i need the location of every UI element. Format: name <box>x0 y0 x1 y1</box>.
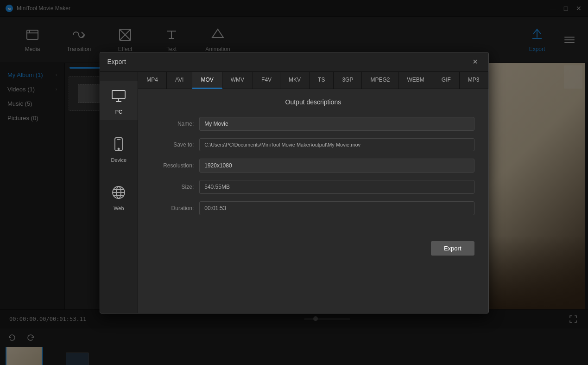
export-modal: Export × PC <box>100 52 489 314</box>
web-icon <box>109 183 128 202</box>
dest-web[interactable]: Web <box>100 178 138 217</box>
format-tab-f4v[interactable]: F4V <box>253 72 280 89</box>
dest-device[interactable]: Device <box>100 129 138 168</box>
output-size-row: Size: 540.55MB <box>152 180 474 194</box>
format-tab-3gp[interactable]: 3GP <box>334 72 362 89</box>
size-label: Size: <box>152 184 194 190</box>
size-value: 540.55MB <box>199 180 474 194</box>
format-tab-mkv[interactable]: MKV <box>280 72 310 89</box>
modal-content: MP4 AVI MOV WMV F4V MKV TS 3GP MPEG2 WEB… <box>138 72 488 313</box>
modal-title: Export <box>107 58 126 65</box>
name-input[interactable] <box>199 117 474 131</box>
resolution-select[interactable]: 1920x1080 1280x720 854x480 <box>199 159 474 173</box>
export-action-button[interactable]: Export <box>431 241 474 256</box>
format-tab-mov[interactable]: MOV <box>192 72 222 89</box>
svg-rect-5 <box>112 90 125 99</box>
output-name-row: Name: <box>152 117 474 131</box>
modal-overlay: Export × PC <box>0 0 588 365</box>
export-button-wrap: Export <box>138 232 488 265</box>
output-duration-row: Duration: 00:01:53 <box>152 201 474 215</box>
format-tab-gif[interactable]: GIF <box>433 72 460 89</box>
format-tab-webm[interactable]: WEBM <box>398 72 433 89</box>
modal-sidebar: PC Device <box>100 72 139 313</box>
duration-label: Duration: <box>152 205 194 211</box>
dest-pc-label: PC <box>115 109 122 115</box>
format-tab-wmv[interactable]: WMV <box>222 72 253 89</box>
format-tabs: MP4 AVI MOV WMV F4V MKV TS 3GP MPEG2 WEB… <box>138 72 488 89</box>
output-resolution-row: Resolustion: 1920x1080 1280x720 854x480 <box>152 159 474 173</box>
svg-point-7 <box>118 148 120 149</box>
dest-pc[interactable]: PC <box>100 81 138 120</box>
saveto-value: C:\Users\PC\Documents\MiniTool Movie Mak… <box>199 138 474 151</box>
output-title: Output descriptions <box>152 98 474 106</box>
modal-body: PC Device <box>100 72 488 313</box>
duration-value: 00:01:53 <box>199 201 474 215</box>
format-tab-ts[interactable]: TS <box>310 72 334 89</box>
format-tab-mp3[interactable]: MP3 <box>460 72 488 89</box>
format-tab-mpeg2[interactable]: MPEG2 <box>362 72 398 89</box>
saveto-label: Save to: <box>152 141 194 148</box>
device-icon <box>109 135 128 154</box>
resolution-label: Resolustion: <box>152 162 194 169</box>
format-tab-avi[interactable]: AVI <box>167 72 192 89</box>
name-label: Name: <box>152 121 194 127</box>
modal-close-button[interactable]: × <box>470 56 481 67</box>
dest-device-label: Device <box>111 157 127 163</box>
modal-header: Export × <box>100 52 488 72</box>
output-section: Output descriptions Name: Save to: C:\Us… <box>138 89 488 232</box>
dest-web-label: Web <box>114 205 124 211</box>
format-tab-mp4[interactable]: MP4 <box>138 72 167 89</box>
monitor-icon <box>109 87 128 105</box>
output-saveto-row: Save to: C:\Users\PC\Documents\MiniTool … <box>152 138 474 151</box>
resolution-wrap: 1920x1080 1280x720 854x480 <box>199 159 474 173</box>
